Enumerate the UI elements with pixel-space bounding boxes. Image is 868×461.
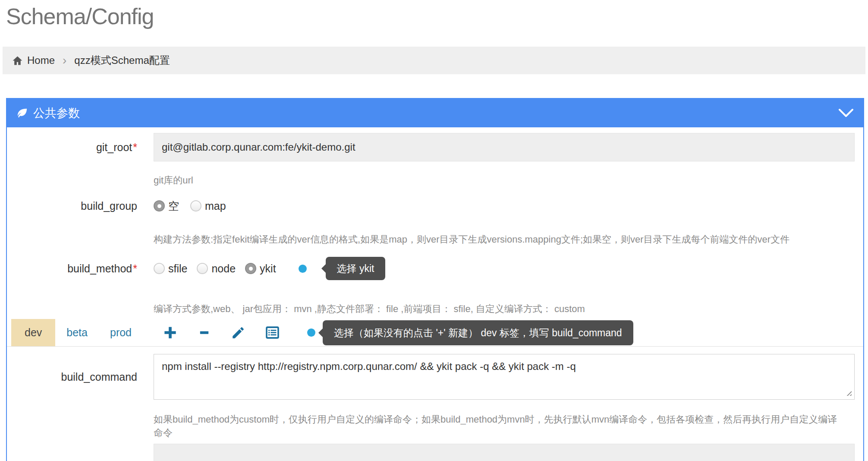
- env-tabs: dev beta prod 选择（如果没有的点击 '+' 新建） dev 标: [7, 319, 863, 347]
- radio-label: 空: [168, 199, 179, 213]
- radio-option-sfile[interactable]: sfile: [154, 262, 187, 275]
- radio-label: ykit: [260, 262, 276, 275]
- pencil-icon: [231, 325, 245, 340]
- breadcrumb-current: qzz模式Schema配置: [74, 54, 170, 67]
- breadcrumb: Home › qzz模式Schema配置: [3, 47, 865, 74]
- radio-option-empty[interactable]: 空: [154, 199, 179, 213]
- edit-tab-button[interactable]: [231, 325, 245, 340]
- chevron-down-icon[interactable]: [838, 108, 854, 118]
- form-row-build-method: build_method* sfile node ykit: [7, 256, 863, 281]
- form-row-build-command: build_command npm install --registry htt…: [7, 354, 863, 400]
- build-command-label: build_command: [7, 371, 137, 383]
- breadcrumb-separator: ›: [63, 54, 66, 67]
- git-root-label: git_root*: [7, 141, 137, 154]
- build-command-help: 如果build_method为custom时，仅执行用户自定义的编译命令；如果b…: [154, 413, 846, 439]
- hint-dot: [307, 328, 315, 337]
- hint-dot: [299, 265, 307, 273]
- tab-dev[interactable]: dev: [11, 319, 55, 346]
- git-root-input[interactable]: [154, 133, 855, 161]
- add-tab-button[interactable]: [163, 325, 178, 340]
- panel-common-params: 公共参数 git_root* git库的url build_group: [6, 98, 864, 461]
- list-icon: [265, 325, 280, 340]
- git-root-help: git库的url: [154, 174, 846, 187]
- build-group-label: build_group: [7, 200, 137, 212]
- radio-label: sfile: [168, 262, 187, 275]
- radio-build-group-empty[interactable]: [154, 200, 165, 212]
- breadcrumb-home-label: Home: [27, 54, 55, 66]
- tab-beta[interactable]: beta: [55, 326, 99, 339]
- form-row-build-group: build_group 空 map: [7, 198, 863, 214]
- required-asterisk: *: [133, 262, 137, 275]
- tooltip-tabs: 选择（如果没有的点击 '+' 新建） dev 标签，填写 build_comma…: [323, 320, 633, 345]
- build-method-help: 编译方式参数,web、 jar包应用： mvn ,静态文件部署： file ,前…: [154, 302, 846, 316]
- build-command-textarea[interactable]: npm install --registry http://registry.n…: [154, 354, 855, 400]
- radio-label: map: [205, 200, 226, 212]
- build-method-label: build_method*: [7, 262, 137, 275]
- form-row-next: [7, 444, 863, 461]
- radio-label: node: [211, 262, 236, 275]
- leaf-icon: [16, 107, 28, 119]
- home-icon: [12, 55, 23, 66]
- tooltip-text: 选择（如果没有的点击 '+' 新建） dev 标签，填写 build_comma…: [334, 326, 622, 340]
- build-group-help: 构建方法参数:指定fekit编译生成的ver信息的格式,如果是map，则ver目…: [154, 233, 846, 246]
- tooltip-build-method: 选择 ykit: [326, 257, 386, 280]
- required-asterisk: *: [133, 141, 137, 153]
- panel-body: git_root* git库的url build_group 空: [7, 133, 863, 461]
- breadcrumb-home-link[interactable]: Home: [12, 54, 55, 66]
- tooltip-text: 选择 ykit: [337, 262, 374, 275]
- next-field-input[interactable]: [154, 444, 855, 461]
- radio-build-method-sfile[interactable]: [154, 263, 165, 274]
- form-row-git-root: git_root*: [7, 133, 863, 161]
- list-view-button[interactable]: [265, 325, 280, 340]
- panel-header[interactable]: 公共参数: [7, 99, 863, 127]
- radio-option-map[interactable]: map: [190, 200, 226, 212]
- radio-option-ykit[interactable]: ykit: [245, 262, 276, 275]
- panel-title: 公共参数: [33, 105, 80, 121]
- page: Schema/Config Home › qzz模式Schema配置 公共参数: [0, 0, 868, 461]
- radio-option-node[interactable]: node: [197, 262, 236, 275]
- radio-build-group-map[interactable]: [190, 200, 201, 212]
- plus-icon: [163, 325, 178, 340]
- remove-tab-button[interactable]: [198, 326, 211, 339]
- radio-build-method-ykit[interactable]: [245, 263, 256, 274]
- tab-prod[interactable]: prod: [99, 326, 143, 339]
- radio-build-method-node[interactable]: [197, 263, 208, 274]
- page-title: Schema/Config: [6, 3, 868, 29]
- minus-icon: [198, 326, 211, 339]
